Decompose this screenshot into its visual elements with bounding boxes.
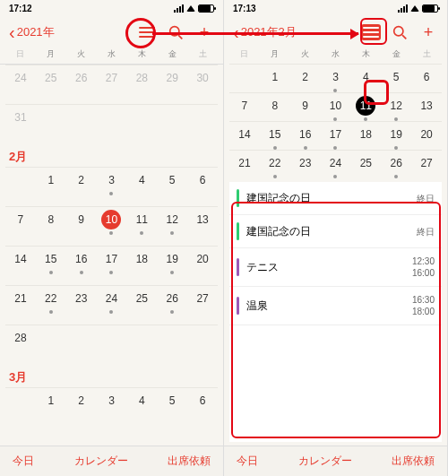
day-cell[interactable]: 7 [229,92,260,121]
day-cell[interactable] [229,64,260,92]
day-cell[interactable]: 27 [411,150,442,178]
day-cell[interactable]: 16 [290,121,321,150]
day-cell[interactable]: 10 [97,206,127,246]
day-cell[interactable]: 3 [97,167,127,206]
day-cell[interactable]: 13 [411,92,442,121]
day-cell[interactable]: 23 [290,150,321,178]
event-row[interactable]: 温泉16:3018:00 [229,287,442,325]
day-cell[interactable]: 11 [350,92,381,121]
back-button[interactable]: 2021年2月 [233,24,297,40]
back-button[interactable]: 2021年 [9,24,55,40]
day-cell[interactable] [157,325,187,364]
day-cell[interactable]: 24 [5,65,36,104]
day-cell[interactable]: 26 [381,150,411,178]
calendars-button[interactable]: カレンダー [74,454,128,469]
day-cell[interactable]: 1 [36,387,66,427]
day-cell[interactable]: 25 [350,150,381,178]
event-row[interactable]: テニス12:3016:00 [229,248,442,287]
invites-button[interactable]: 出席依頼 [392,454,435,469]
day-cell[interactable]: 6 [411,64,442,92]
day-cell[interactable]: 5 [381,64,411,92]
day-cell[interactable]: 11 [126,206,157,246]
event-time: 終日 [417,226,435,238]
day-cell[interactable]: 15 [36,246,66,285]
day-cell[interactable]: 27 [97,65,127,104]
day-cell[interactable]: 9 [66,206,97,246]
day-cell[interactable]: 29 [157,65,187,104]
day-cell[interactable] [187,325,218,364]
day-cell[interactable] [36,325,66,364]
day-cell[interactable]: 8 [260,92,290,121]
day-cell[interactable]: 24 [97,285,127,325]
search-button[interactable] [166,22,185,42]
day-cell[interactable]: 14 [5,246,36,285]
day-cell[interactable]: 9 [290,92,321,121]
day-cell[interactable]: 7 [5,206,36,246]
day-cell[interactable]: 2 [66,387,97,427]
day-cell[interactable]: 19 [381,121,411,150]
day-cell[interactable]: 24 [321,150,351,178]
calendar-scroll[interactable]: 24 25 26 27 28 29 30 31 2月 1234567891011… [0,65,223,446]
event-row[interactable]: 建国記念の日終日 [229,182,442,215]
day-cell[interactable]: 18 [126,246,157,285]
day-cell[interactable]: 2 [290,64,321,92]
day-cell[interactable]: 21 [5,285,36,325]
event-row[interactable]: 建国記念の日終日 [229,215,442,248]
day-cell[interactable]: 16 [66,246,97,285]
day-cell[interactable] [97,325,127,364]
day-cell[interactable]: 2 [66,167,97,206]
day-cell[interactable]: 20 [187,246,218,285]
day-cell[interactable]: 28 [126,65,157,104]
calendars-button[interactable]: カレンダー [298,454,352,469]
day-cell[interactable]: 19 [157,246,187,285]
invites-button[interactable]: 出席依頼 [168,454,211,469]
day-cell[interactable]: 28 [5,325,36,364]
day-cell[interactable]: 18 [350,121,381,150]
day-cell[interactable]: 5 [157,387,187,427]
day-cell[interactable]: 17 [321,121,351,150]
add-button[interactable]: + [418,22,438,42]
day-cell[interactable]: 13 [187,206,218,246]
day-cell[interactable]: 6 [187,167,218,206]
day-cell[interactable]: 22 [260,150,290,178]
day-cell[interactable]: 12 [381,92,411,121]
day-cell[interactable]: 3 [97,387,127,427]
day-cell[interactable]: 23 [66,285,97,325]
day-cell[interactable]: 21 [229,150,260,178]
day-cell[interactable]: 12 [157,206,187,246]
day-cell[interactable]: 25 [126,285,157,325]
day-cell[interactable]: 5 [157,167,187,206]
list-toggle-button[interactable] [361,22,381,42]
search-button[interactable] [390,22,409,42]
day-cell[interactable]: 1 [260,64,290,92]
day-cell[interactable]: 31 [5,104,36,143]
day-cell[interactable]: 10 [321,92,351,121]
day-cell[interactable]: 14 [229,121,260,150]
day-cell[interactable] [5,167,36,206]
today-button[interactable]: 今日 [13,454,34,469]
day-cell[interactable]: 17 [97,246,127,285]
day-cell[interactable]: 30 [187,65,218,104]
day-cell[interactable]: 22 [36,285,66,325]
day-cell[interactable]: 4 [350,64,381,92]
day-cell[interactable]: 3 [321,64,351,92]
day-cell[interactable]: 20 [411,121,442,150]
day-cell[interactable]: 25 [36,65,66,104]
list-toggle-button[interactable] [137,22,157,42]
event-color-bar [237,258,239,276]
day-cell[interactable]: 4 [126,167,157,206]
day-cell[interactable] [126,325,157,364]
day-cell[interactable]: 27 [187,285,218,325]
day-cell[interactable]: 6 [187,387,218,427]
day-cell[interactable]: 15 [260,121,290,150]
day-cell[interactable]: 26 [157,285,187,325]
today-button[interactable]: 今日 [237,454,258,469]
day-cell[interactable]: 8 [36,206,66,246]
day-cell[interactable]: 4 [126,387,157,427]
day-cell[interactable] [66,325,97,364]
event-time: 12:3016:00 [412,255,435,279]
add-button[interactable]: + [194,22,214,42]
event-title: 建国記念の日 [246,191,417,206]
day-cell[interactable]: 1 [36,167,66,206]
day-cell[interactable]: 26 [66,65,97,104]
